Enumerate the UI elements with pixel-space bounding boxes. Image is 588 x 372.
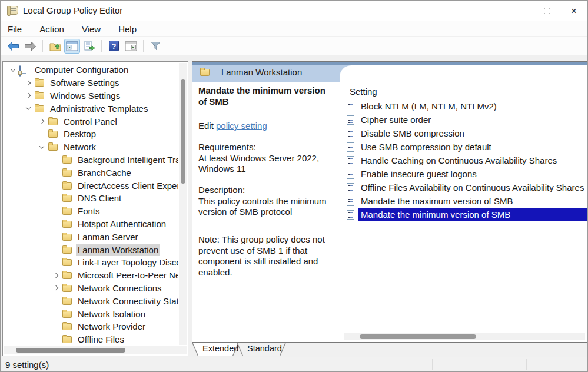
tree-item-dns-client[interactable]: DNS Client bbox=[4, 192, 178, 205]
gpedit-scroll-icon bbox=[8, 6, 18, 15]
tree: Computer Configuration Software Settings… bbox=[4, 64, 178, 345]
list-horizontal-scrollbar[interactable] bbox=[344, 333, 585, 340]
policy-document-icon bbox=[347, 183, 354, 192]
policy-document-icon bbox=[347, 129, 354, 138]
tree-item-network-connections[interactable]: Network Connections bbox=[4, 282, 178, 295]
setting-item[interactable]: Enable insecure guest logons bbox=[344, 167, 587, 181]
tree-horizontal-scrollbar[interactable] bbox=[4, 346, 187, 354]
up-one-level-button[interactable] bbox=[47, 39, 63, 54]
chevron-right-icon[interactable] bbox=[51, 271, 61, 280]
policy-content-pane: Lanman Workstation Mandate the minimum v… bbox=[192, 61, 587, 343]
tree-item-software-settings[interactable]: Software Settings bbox=[4, 77, 178, 89]
close-button[interactable]: × bbox=[560, 1, 587, 21]
tree-item-label: DirectAccess Client Experier bbox=[76, 180, 178, 192]
tree-item-desktop[interactable]: Desktop bbox=[4, 128, 178, 141]
setting-item[interactable]: Use SMB compression by default bbox=[344, 140, 587, 154]
tree-item-label: Hotspot Authentication bbox=[76, 218, 168, 230]
toolbar: ? bbox=[1, 37, 587, 55]
tree-item-background-intelligent-transfer[interactable]: Background Intelligent Trar bbox=[4, 154, 178, 167]
tree-item-branchcache[interactable]: BranchCache bbox=[4, 166, 178, 179]
tree-item-hotspot-authentication[interactable]: Hotspot Authentication bbox=[4, 218, 178, 231]
filter-funnel-icon bbox=[150, 41, 161, 51]
tree-item-label: Control Panel bbox=[62, 115, 119, 128]
setting-item[interactable]: Cipher suite order bbox=[344, 113, 587, 127]
scrollbar-thumb[interactable] bbox=[360, 334, 476, 339]
tree-item-lanman-server[interactable]: Lanman Server bbox=[4, 230, 178, 243]
tree-item-link-layer-topology-discovery[interactable]: Link-Layer Topology Discov bbox=[4, 256, 178, 269]
chevron-right-icon[interactable] bbox=[51, 283, 61, 293]
back-arrow-icon bbox=[7, 41, 19, 51]
chevron-right-icon[interactable] bbox=[37, 117, 46, 126]
tree-item-label: Lanman Server bbox=[76, 231, 140, 243]
description-text: Description: This policy controls the mi… bbox=[198, 185, 335, 218]
tree-item-fonts[interactable]: Fonts bbox=[4, 205, 178, 218]
tree-item-lanman-workstation[interactable]: Lanman Workstation bbox=[4, 243, 178, 256]
setting-item-selected[interactable]: Mandate the minimum version of SMB bbox=[344, 208, 587, 221]
chevron-down-icon[interactable] bbox=[37, 142, 46, 152]
chevron-right-icon[interactable] bbox=[24, 78, 33, 88]
help-button[interactable]: ? bbox=[106, 39, 122, 54]
tree-item-network-isolation[interactable]: Network Isolation bbox=[4, 307, 178, 320]
folder-icon bbox=[62, 221, 72, 228]
folder-icon bbox=[62, 157, 72, 164]
tree-item-control-panel[interactable]: Control Panel bbox=[4, 115, 178, 128]
menu-help[interactable]: Help bbox=[112, 22, 142, 36]
tree-item-network-connectivity-status[interactable]: Network Connectivity Statu bbox=[4, 294, 178, 307]
tree-item-computer-configuration[interactable]: Computer Configuration bbox=[4, 64, 178, 77]
folder-icon bbox=[48, 144, 58, 151]
setting-item[interactable]: Block NTLM (LM, NTLM, NTLMv2) bbox=[344, 99, 587, 113]
forward-arrow-icon bbox=[24, 41, 36, 51]
settings-list: Setting Block NTLM (LM, NTLM, NTLMv2) Ci… bbox=[344, 83, 587, 330]
show-action-pane-button[interactable] bbox=[123, 39, 139, 54]
chevron-right-icon[interactable] bbox=[24, 91, 33, 100]
status-text: 9 setting(s) bbox=[5, 360, 49, 370]
tree-vertical-scrollbar[interactable] bbox=[179, 63, 187, 345]
folder-icon bbox=[62, 195, 72, 202]
tab-extended[interactable]: Extended bbox=[192, 343, 239, 356]
setting-column-header[interactable]: Setting bbox=[350, 87, 377, 97]
filter-button[interactable] bbox=[148, 39, 164, 54]
maximize-button[interactable] bbox=[533, 1, 560, 21]
show-console-tree-button[interactable] bbox=[64, 39, 80, 54]
tree-item-label: Software Settings bbox=[48, 77, 121, 89]
category-header: Lanman Workstation bbox=[200, 67, 302, 77]
back-button[interactable] bbox=[5, 39, 21, 54]
tree-item-administrative-templates[interactable]: Administrative Templates bbox=[4, 102, 178, 115]
close-icon: × bbox=[571, 6, 577, 16]
tree-item-label: Background Intelligent Trar bbox=[76, 154, 178, 166]
action-pane-window-icon bbox=[125, 41, 137, 51]
scrollbar-thumb[interactable] bbox=[16, 348, 125, 353]
tree-item-network[interactable]: Network bbox=[4, 141, 178, 154]
minimize-button[interactable] bbox=[506, 1, 533, 21]
scrollbar-thumb[interactable] bbox=[181, 79, 185, 184]
setting-item[interactable]: Mandate the maximum version of SMB bbox=[344, 194, 587, 208]
tree-item-label: Desktop bbox=[62, 128, 98, 140]
tree-item-label: Windows Settings bbox=[48, 89, 122, 102]
tab-standard[interactable]: Standard bbox=[237, 343, 286, 356]
setting-item[interactable]: Offline Files Availability on Continuous… bbox=[344, 181, 587, 194]
chevron-down-icon[interactable] bbox=[24, 104, 33, 113]
folder-icon bbox=[62, 311, 72, 318]
export-list-button[interactable] bbox=[81, 39, 97, 54]
tree-item-network-provider[interactable]: Network Provider bbox=[4, 320, 178, 333]
tree-item-microsoft-peer-to-peer[interactable]: Microsoft Peer-to-Peer Net bbox=[4, 269, 178, 282]
menu-action[interactable]: Action bbox=[34, 22, 70, 36]
policy-title: Mandate the minimum version of SMB bbox=[198, 85, 335, 107]
folder-icon bbox=[62, 247, 72, 254]
setting-item[interactable]: Handle Caching on Continuous Availabilit… bbox=[344, 154, 587, 167]
setting-item[interactable]: Disable SMB compression bbox=[344, 127, 587, 140]
folder-icon bbox=[62, 259, 72, 266]
tree-item-windows-settings[interactable]: Windows Settings bbox=[4, 89, 178, 102]
menu-view[interactable]: View bbox=[76, 22, 107, 36]
toolbar-separator bbox=[143, 40, 144, 52]
up-folder-icon bbox=[49, 41, 61, 51]
tree-item-offline-files[interactable]: Offline Files bbox=[4, 333, 178, 345]
policy-setting-link[interactable]: policy setting bbox=[216, 121, 267, 131]
setting-label: Block NTLM (LM, NTLM, NTLMv2) bbox=[358, 100, 499, 112]
tree-item-directaccess-client-experience[interactable]: DirectAccess Client Experier bbox=[4, 179, 178, 192]
forward-button[interactable] bbox=[22, 39, 38, 54]
chevron-down-icon[interactable] bbox=[8, 65, 18, 75]
menu-file[interactable]: File bbox=[8, 22, 28, 36]
folder-icon bbox=[62, 298, 72, 305]
setting-label: Use SMB compression by default bbox=[358, 141, 494, 153]
